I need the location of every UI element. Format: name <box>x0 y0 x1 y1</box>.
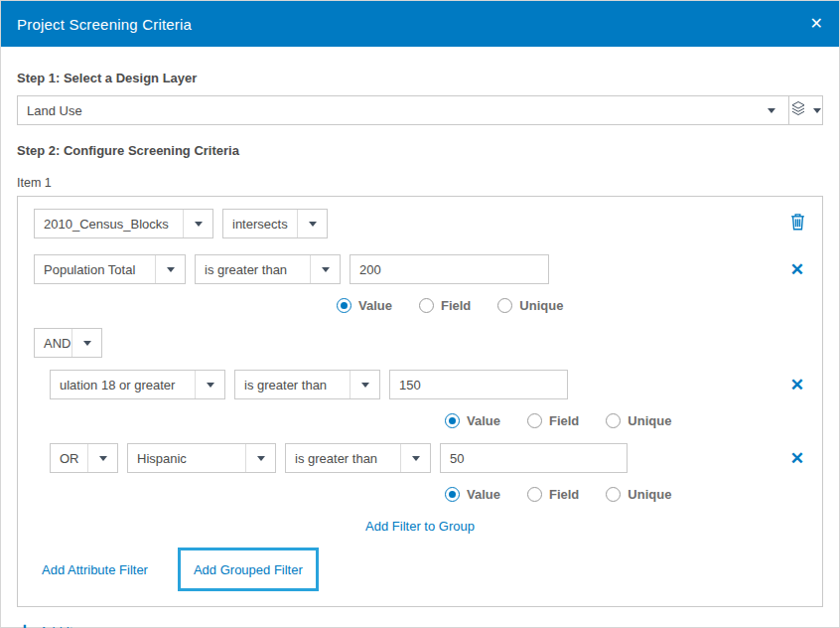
spatial-filter-row: 2010_Census_Blocks intersects <box>34 209 806 238</box>
filter2-operator-dropdown[interactable]: is greater than <box>234 370 380 399</box>
filter2-operator-value: is greater than <box>235 371 350 398</box>
filter2-radio-row: Value Field Unique <box>445 413 806 428</box>
close-icon[interactable]: ✕ <box>810 16 823 32</box>
remove-filter3-button[interactable]: ✕ <box>788 450 806 467</box>
trash-icon <box>789 213 806 235</box>
chevron-down-icon <box>297 210 327 237</box>
radio-selected-icon <box>337 298 351 313</box>
filter2-radio-unique[interactable]: Unique <box>606 413 671 428</box>
tutorial-highlight-box: Add Grouped Filter <box>178 548 319 591</box>
radio-field-label: Field <box>549 413 579 428</box>
chevron-down-icon <box>71 329 101 357</box>
add-item-label: Add Item <box>40 624 91 628</box>
radio-unselected-icon <box>606 487 621 502</box>
dialog-header: Project Screening Criteria ✕ <box>1 1 839 47</box>
attribute-filter-row-1: Population Total is greater than ✕ <box>34 254 806 284</box>
radio-unselected-icon <box>606 413 621 428</box>
radio-unselected-icon <box>527 413 542 428</box>
radio-value-label: Value <box>467 413 500 428</box>
radio-value-label: Value <box>358 298 392 313</box>
filter2-value-input[interactable] <box>389 370 568 399</box>
chevron-down-icon[interactable] <box>755 96 788 124</box>
filter3-operator-dropdown[interactable]: is greater than <box>285 443 431 473</box>
chevron-down-icon <box>350 371 379 398</box>
project-screening-dialog: Project Screening Criteria ✕ Step 1: Sel… <box>0 0 840 628</box>
attribute-filter-row-2: ulation 18 or greater is greater than ✕ <box>50 370 806 399</box>
layers-icon <box>790 100 806 120</box>
filter-links-row: Add Attribute Filter Add Grouped Filter <box>34 547 806 592</box>
add-attribute-filter-link[interactable]: Add Attribute Filter <box>42 562 148 577</box>
radio-unselected-icon <box>527 487 542 502</box>
filter1-value-input[interactable] <box>350 254 549 284</box>
filter1-field-dropdown[interactable]: Population Total <box>34 254 186 284</box>
spatial-operator-dropdown[interactable]: intersects <box>222 209 328 238</box>
radio-unique-label: Unique <box>628 487 671 502</box>
radio-unselected-icon <box>419 298 434 313</box>
item1-box: 2010_Census_Blocks intersects <box>17 196 823 607</box>
chevron-down-icon <box>245 444 275 472</box>
filter1-field-value: Population Total <box>35 255 155 283</box>
add-filter-to-group-link[interactable]: Add Filter to Group <box>365 519 475 534</box>
spatial-layer-value: 2010_Census_Blocks <box>35 210 183 237</box>
filter3-operator-value: is greater than <box>286 444 400 472</box>
radio-unique-label: Unique <box>519 298 563 313</box>
radio-unique-label: Unique <box>628 413 671 428</box>
chevron-down-icon <box>87 444 117 472</box>
filter3-field-dropdown[interactable]: Hispanic <box>127 443 276 473</box>
filter3-radio-field[interactable]: Field <box>527 487 579 502</box>
filter2-radio-value[interactable]: Value <box>445 413 500 428</box>
radio-field-label: Field <box>441 298 471 313</box>
add-filter-to-group-container: Add Filter to Group <box>34 517 806 535</box>
layer-picker-button[interactable] <box>788 96 822 124</box>
item1-label: Item 1 <box>17 176 823 190</box>
filter1-radio-field[interactable]: Field <box>419 298 471 313</box>
plus-icon: + <box>19 620 31 628</box>
add-grouped-filter-link[interactable]: Add Grouped Filter <box>194 562 303 577</box>
dialog-title: Project Screening Criteria <box>17 16 192 33</box>
filter2-radio-field[interactable]: Field <box>527 413 579 428</box>
filter3-logic-value: OR <box>51 444 87 472</box>
filter2-field-dropdown[interactable]: ulation 18 or greater <box>50 370 225 399</box>
chevron-down-icon <box>195 371 224 398</box>
step2-label: Step 2: Configure Screening Criteria <box>17 143 823 158</box>
group-logic-dropdown[interactable]: AND <box>34 328 102 358</box>
filter1-radio-value[interactable]: Value <box>337 298 392 313</box>
filter3-radio-value[interactable]: Value <box>445 487 500 502</box>
group-logic-value: AND <box>35 329 71 357</box>
step1-label: Step 1: Select a Design Layer <box>17 71 823 85</box>
spatial-operator-value: intersects <box>223 210 297 237</box>
chevron-down-icon <box>310 255 340 283</box>
radio-value-label: Value <box>467 487 500 502</box>
filter3-radio-row: Value Field Unique <box>445 487 806 502</box>
filter1-radio-unique[interactable]: Unique <box>497 298 563 313</box>
chevron-down-icon <box>400 444 430 472</box>
add-item-button[interactable]: + Add Item <box>19 622 823 628</box>
group-logic-row: AND <box>34 328 806 358</box>
remove-filter2-button[interactable]: ✕ <box>788 377 806 393</box>
spatial-layer-dropdown[interactable]: 2010_Census_Blocks <box>34 209 213 238</box>
radio-selected-icon <box>445 487 460 502</box>
filter3-value-input[interactable] <box>440 443 628 473</box>
chevron-down-icon <box>183 210 212 237</box>
radio-selected-icon <box>445 413 460 428</box>
filter1-operator-dropdown[interactable]: is greater than <box>195 254 341 284</box>
remove-filter1-button[interactable]: ✕ <box>788 261 806 278</box>
attribute-filter-row-3: OR Hispanic is greater than ✕ <box>50 443 806 473</box>
filter2-field-value: ulation 18 or greater <box>51 371 195 398</box>
filter1-radio-row: Value Field Unique <box>337 298 806 313</box>
chevron-down-icon <box>813 108 821 113</box>
dialog-content: Step 1: Select a Design Layer Land Use S… <box>1 47 839 628</box>
filter3-field-value: Hispanic <box>128 444 245 472</box>
grouped-filters: ulation 18 or greater is greater than ✕ … <box>50 370 806 502</box>
design-layer-select[interactable]: Land Use <box>17 95 823 125</box>
radio-unselected-icon <box>497 298 512 313</box>
radio-field-label: Field <box>549 487 579 502</box>
filter3-radio-unique[interactable]: Unique <box>606 487 671 502</box>
filter1-operator-value: is greater than <box>196 255 310 283</box>
delete-item-button[interactable] <box>789 213 806 235</box>
chevron-down-icon <box>155 255 185 283</box>
design-layer-value: Land Use <box>18 96 755 124</box>
filter3-logic-dropdown[interactable]: OR <box>50 443 118 473</box>
